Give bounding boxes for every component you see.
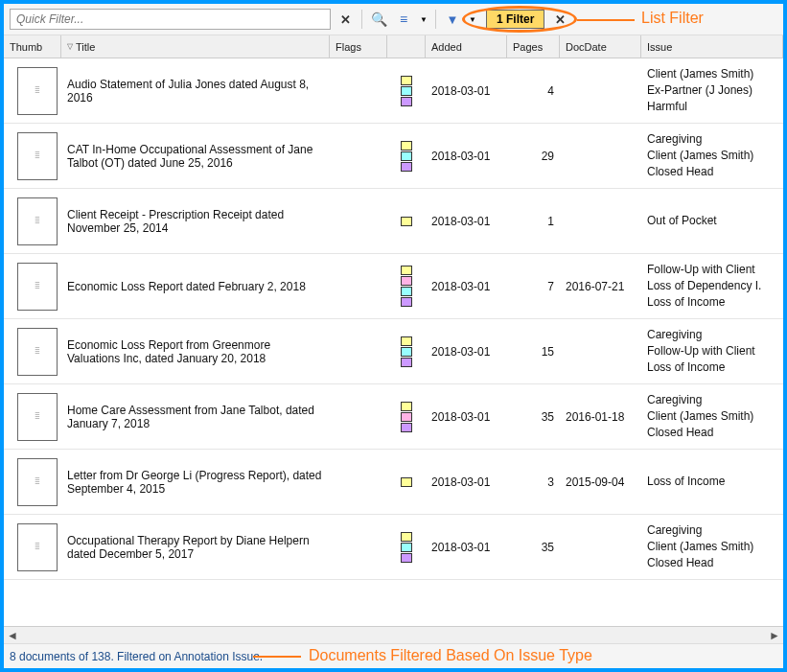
- docdate-cell: 2015-09-04: [560, 474, 641, 491]
- status-bar: 8 documents of 138. Filtered on Annotati…: [4, 643, 783, 668]
- table-row[interactable]: ≣Home Care Assessment from Jane Talbot, …: [4, 384, 783, 450]
- flag-cyan-icon: [401, 543, 412, 552]
- sort-indicator-icon: ▽: [67, 42, 73, 51]
- issue-cell: Follow-Up with ClientLoss of Dependency …: [641, 260, 783, 312]
- flag-purple-icon: [401, 553, 412, 563]
- table-row[interactable]: ≣Economic Loss Report dated February 2, …: [4, 254, 783, 319]
- added-cell: 2018-03-01: [426, 539, 507, 556]
- flag-pink-icon: [401, 412, 412, 422]
- header-label: Flags: [336, 41, 361, 53]
- title-cell: Economic Loss Report dated February 2, 2…: [61, 278, 330, 295]
- header-docdate[interactable]: DocDate: [560, 35, 641, 58]
- quick-filter-input[interactable]: [10, 9, 331, 30]
- header-label: Pages: [513, 41, 543, 53]
- added-cell: 2018-03-01: [426, 343, 507, 360]
- issue-cell: CaregivingClient (James Smith)Closed Hea…: [641, 521, 783, 572]
- flag-yellow-icon: [401, 532, 412, 542]
- document-thumbnail[interactable]: ≣: [17, 132, 58, 180]
- thumbnail-cell: ≣: [4, 65, 61, 117]
- chevron-down-icon: ▼: [469, 15, 476, 24]
- header-flags[interactable]: Flags: [330, 35, 387, 58]
- table-row[interactable]: ≣Client Receipt - Prescription Receipt d…: [4, 189, 783, 254]
- status-text[interactable]: 8 documents of 138. Filtered on Annotati…: [10, 650, 263, 663]
- thumbnail-cell: ≣: [4, 261, 61, 313]
- table-row[interactable]: ≣Economic Loss Report from Greenmore Val…: [4, 319, 783, 384]
- flags2-cell: [387, 139, 426, 174]
- flag-yellow-icon: [401, 76, 412, 85]
- flag-cyan-icon: [401, 287, 412, 296]
- close-icon: ✕: [340, 12, 351, 27]
- flags2-cell: [387, 475, 426, 489]
- table-row[interactable]: ≣Audio Statement of Julia Jones dated Au…: [4, 58, 783, 124]
- document-thumbnail[interactable]: ≣: [17, 263, 58, 311]
- header-flags2[interactable]: [387, 35, 426, 58]
- flag-cyan-icon: [401, 151, 412, 161]
- list-view-button[interactable]: ≡: [393, 9, 414, 30]
- annotation-label: List Filter: [641, 10, 704, 27]
- docdate-cell: [560, 154, 641, 158]
- document-thumbnail[interactable]: ≣: [17, 328, 58, 376]
- flag-yellow-icon: [401, 477, 412, 487]
- scroll-right-icon[interactable]: ►: [768, 629, 781, 642]
- title-cell: Audio Statement of Julia Jones dated Aug…: [61, 76, 330, 106]
- issue-cell: CaregivingClient (James Smith)Closed Hea…: [641, 390, 783, 442]
- find-button[interactable]: 🔍: [368, 9, 389, 30]
- flags2-cell: [387, 335, 426, 369]
- document-list[interactable]: ≣Audio Statement of Julia Jones dated Au…: [4, 58, 783, 626]
- filter-badge-label[interactable]: 1 Filter: [486, 10, 544, 29]
- header-label: DocDate: [566, 41, 607, 53]
- added-cell: 2018-03-01: [426, 408, 507, 426]
- toolbar: ✕ 🔍 ≡ ▼ ▼ ▼ 1 Filter ✕ List Filter: [4, 4, 783, 35]
- clear-active-filter-button[interactable]: ✕: [552, 12, 567, 27]
- flags-cell: [330, 154, 387, 158]
- header-pages[interactable]: Pages: [507, 35, 560, 58]
- flag-purple-icon: [401, 358, 412, 367]
- issue-cell: Client (James Smith)Ex-Partner (J Jones)…: [641, 64, 783, 116]
- thumbnail-cell: ≣: [4, 521, 61, 573]
- chevron-down-icon: ▼: [420, 15, 428, 24]
- close-icon: ✕: [555, 12, 566, 27]
- flag-stack: [393, 141, 420, 172]
- separator: [435, 10, 436, 29]
- header-issue[interactable]: Issue: [641, 35, 783, 58]
- clear-filter-button[interactable]: ✕: [335, 9, 356, 30]
- pages-cell: 4: [507, 82, 560, 100]
- table-row[interactable]: ≣Letter from Dr George Li (Progress Repo…: [4, 450, 783, 515]
- horizontal-scrollbar[interactable]: ◄ ►: [4, 626, 783, 643]
- flag-purple-icon: [401, 162, 412, 172]
- scroll-left-icon[interactable]: ◄: [6, 629, 19, 642]
- flags-cell: [330, 350, 387, 354]
- header-added[interactable]: Added: [426, 35, 507, 58]
- docdate-cell: [560, 89, 641, 93]
- flag-stack: [393, 477, 420, 487]
- flag-yellow-icon: [401, 266, 412, 275]
- filter-dropdown[interactable]: ▼: [467, 9, 478, 30]
- table-row[interactable]: ≣CAT In-Home Occupational Assessment of …: [4, 124, 783, 189]
- added-cell: 2018-03-01: [426, 148, 507, 165]
- flags-cell: [330, 220, 387, 223]
- document-thumbnail[interactable]: ≣: [17, 393, 58, 441]
- added-cell: 2018-03-01: [426, 82, 507, 100]
- document-thumbnail[interactable]: ≣: [17, 197, 58, 245]
- table-row[interactable]: ≣Occupational Therapy Report by Diane He…: [4, 515, 783, 580]
- active-filter-badge: 1 Filter ✕: [482, 8, 571, 31]
- title-cell: Client Receipt - Prescription Receipt da…: [61, 206, 330, 237]
- document-thumbnail[interactable]: ≣: [17, 458, 58, 506]
- flags-cell: [330, 285, 387, 289]
- issue-cell: Loss of Income: [641, 472, 783, 492]
- flag-yellow-icon: [401, 141, 412, 151]
- header-label: Added: [431, 41, 462, 53]
- pages-cell: 1: [507, 213, 560, 230]
- list-view-dropdown[interactable]: ▼: [418, 9, 429, 30]
- added-cell: 2018-03-01: [426, 474, 507, 491]
- header-thumb[interactable]: Thumb: [4, 35, 61, 58]
- pages-cell: 3: [507, 474, 560, 491]
- document-thumbnail[interactable]: ≣: [17, 67, 58, 115]
- document-thumbnail[interactable]: ≣: [17, 523, 58, 571]
- flag-pink-icon: [401, 276, 412, 286]
- pages-cell: 29: [507, 148, 560, 165]
- header-title[interactable]: ▽Title: [61, 35, 330, 58]
- filter-button[interactable]: ▼: [442, 9, 463, 30]
- pages-cell: 35: [507, 408, 560, 426]
- flag-stack: [393, 402, 420, 432]
